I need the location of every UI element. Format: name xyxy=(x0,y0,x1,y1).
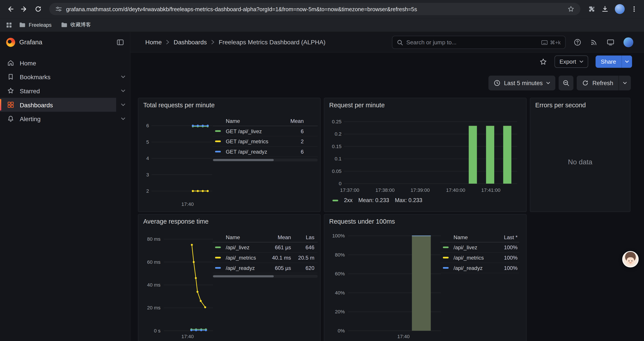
sidebar-item-alerting[interactable]: Alerting xyxy=(0,112,130,126)
downloads-icon[interactable] xyxy=(601,5,609,13)
svg-text:20%: 20% xyxy=(335,309,345,314)
sidebar-item-bookmarks[interactable]: Bookmarks xyxy=(0,70,130,84)
forward-arrow-icon xyxy=(20,5,28,13)
legend-row[interactable]: /api/_metrics 100% xyxy=(440,253,519,263)
forward-button[interactable] xyxy=(17,2,31,16)
series-name[interactable]: 2xx xyxy=(344,197,352,203)
scrollbar-thumb[interactable] xyxy=(213,159,274,161)
breadcrumb: Home Dashboards Freeleaps Metrics Dashbo… xyxy=(130,39,325,46)
panel-title[interactable]: Total requests per minute xyxy=(143,101,215,109)
brand-name: Grafana xyxy=(19,39,112,46)
legend-header-row: Name Last * xyxy=(440,233,519,242)
legend-header-mean[interactable]: Mean xyxy=(275,118,304,124)
legend-header-row: Name Mean Las xyxy=(212,233,318,242)
scrollbar-thumb[interactable] xyxy=(213,275,274,277)
expand-alerting-button[interactable] xyxy=(116,117,130,120)
expand-starred-button[interactable] xyxy=(116,90,130,92)
chevron-down-icon xyxy=(121,117,125,120)
url-bar[interactable]: grafana.mathmast.com/d/deytv4rwavabkb/fr… xyxy=(49,3,580,15)
series-name[interactable]: GET /api/_readyz xyxy=(222,149,275,155)
svg-text:17:40: 17:40 xyxy=(398,334,410,339)
breadcrumb-dashboards[interactable]: Dashboards xyxy=(174,39,207,46)
legend-header-name[interactable]: Name xyxy=(222,118,275,124)
legend-header-mean[interactable]: Mean xyxy=(262,234,291,240)
dock-sidebar-icon[interactable] xyxy=(116,39,124,46)
legend-row[interactable]: GET /api/_readyz 6 xyxy=(212,147,318,157)
expand-bookmarks-button[interactable] xyxy=(116,76,130,78)
help-icon[interactable] xyxy=(574,38,581,46)
legend-row[interactable]: /api/_readyz 100% xyxy=(440,263,519,273)
monitor-icon[interactable] xyxy=(607,38,615,46)
extensions-icon[interactable] xyxy=(588,5,595,13)
legend-row[interactable]: /api/_livez 661 µs 646 xyxy=(212,242,318,253)
user-avatar[interactable] xyxy=(624,37,633,47)
svg-text:0.05: 0.05 xyxy=(332,169,342,174)
series-name[interactable]: /api/_metrics xyxy=(450,254,492,261)
refresh-button[interactable]: Refresh xyxy=(577,76,618,90)
legend-header-last[interactable]: Las xyxy=(291,234,318,240)
caret-down-icon xyxy=(623,82,627,84)
series-color-swatch xyxy=(443,246,448,248)
svg-text:17:37:00: 17:37:00 xyxy=(340,187,359,193)
sidebar-item-home[interactable]: Home xyxy=(0,56,130,70)
reload-icon xyxy=(34,5,42,13)
series-color-swatch xyxy=(332,199,338,201)
legend-header-name[interactable]: Name xyxy=(450,234,492,240)
series-name[interactable]: /api/_readyz xyxy=(222,265,262,271)
bookmark-icon xyxy=(7,73,14,81)
legend-row[interactable]: GET /api/_metrics 2 xyxy=(212,137,318,147)
legend-row[interactable]: /api/_livez 100% xyxy=(440,242,519,253)
sidebar-item-label: Starred xyxy=(20,87,40,94)
panel-title[interactable]: Requests under 100ms xyxy=(329,218,395,225)
series-max-stat: Max: 0.233 xyxy=(395,197,422,203)
legend-scrollbar[interactable] xyxy=(212,159,318,162)
bookmark-folder-blogs[interactable]: 收藏博客 xyxy=(58,20,94,30)
legend-header-last[interactable]: Last * xyxy=(492,234,518,240)
share-menu-button[interactable] xyxy=(622,56,632,68)
legend-row[interactable]: /api/_readyz 605 µs 620 xyxy=(212,263,318,273)
legend-scrollbar[interactable] xyxy=(212,275,318,278)
series-mean: 605 µs xyxy=(262,265,291,271)
bookmark-folder-freeleaps[interactable]: Freeleaps xyxy=(16,20,54,30)
refresh-interval-button[interactable] xyxy=(618,76,631,90)
svg-text:60 ms: 60 ms xyxy=(147,259,160,265)
sidebar-item-starred[interactable]: Starred xyxy=(0,84,130,98)
assistant-avatar-widget[interactable] xyxy=(622,251,639,267)
expand-dashboards-button[interactable] xyxy=(116,104,130,106)
panel-title[interactable]: Request per minute xyxy=(329,101,385,109)
bookmarks-bar: Freeleaps 收藏博客 xyxy=(0,18,644,32)
search-box[interactable]: ⌘+k xyxy=(392,36,566,49)
legend: 2xx Mean: 0.233 Max: 0.233 xyxy=(330,197,422,203)
sidebar-item-dashboards[interactable]: Dashboards xyxy=(0,98,130,112)
back-button[interactable] xyxy=(3,2,17,16)
series-name[interactable]: GET /api/_livez xyxy=(222,128,275,134)
search-input[interactable] xyxy=(406,39,538,46)
svg-text:0: 0 xyxy=(339,181,342,186)
legend-row[interactable]: /api/_metrics 40.1 ms 20.5 m xyxy=(212,253,318,263)
series-name[interactable]: /api/_metrics xyxy=(222,254,262,261)
svg-text:100%: 100% xyxy=(332,233,344,238)
rss-icon[interactable] xyxy=(590,38,598,46)
browser-profile-avatar[interactable] xyxy=(615,4,625,14)
site-settings-icon[interactable] xyxy=(55,5,62,13)
breadcrumb-home[interactable]: Home xyxy=(145,39,162,46)
legend-header-name[interactable]: Name xyxy=(222,234,262,240)
bookmark-star-icon[interactable] xyxy=(567,5,575,13)
export-button[interactable]: Export xyxy=(554,56,588,68)
apps-grid-icon[interactable] xyxy=(6,22,12,28)
panel-title[interactable]: Average response time xyxy=(143,218,209,225)
browser-menu-icon[interactable] xyxy=(631,6,638,12)
reload-button[interactable] xyxy=(31,2,45,16)
zoom-out-button[interactable] xyxy=(559,76,574,90)
series-name[interactable]: /api/_readyz xyxy=(450,265,492,271)
share-button[interactable]: Share xyxy=(595,56,622,68)
series-name[interactable]: GET /api/_metrics xyxy=(222,138,275,144)
series-name[interactable]: /api/_livez xyxy=(222,244,262,250)
time-range-picker[interactable]: Last 5 minutes xyxy=(488,76,556,90)
grafana-logo-icon[interactable] xyxy=(6,38,15,47)
panel-title[interactable]: Errors per second xyxy=(535,101,586,109)
series-name[interactable]: /api/_livez xyxy=(450,244,492,250)
legend-row[interactable]: GET /api/_livez 6 xyxy=(212,126,318,137)
favorite-dashboard-button[interactable] xyxy=(540,58,547,66)
dashboard-actions: Export Share xyxy=(130,53,644,71)
